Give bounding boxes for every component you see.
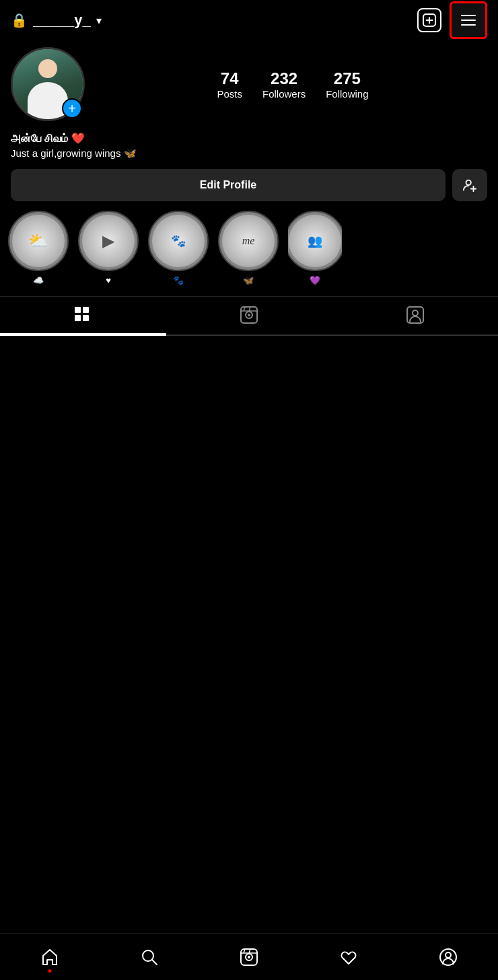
svg-point-17 <box>413 310 418 316</box>
bottom-nav <box>0 933 498 980</box>
bio-name: அன்பே சிவம் ❤️ <box>11 132 487 145</box>
bio-description: Just a girl,growing wings 🦋 <box>11 147 487 160</box>
profile-section: + 74 Posts 232 Followers 275 Following <box>0 40 498 121</box>
highlights-row: ⛅ ☁️ ▶ ♥ 🐾 🐾 me 🦋 <box>0 211 498 296</box>
highlight-circle-4: me <box>218 211 279 271</box>
bio-section: அன்பே சிவம் ❤️ Just a girl,growing wings… <box>0 121 498 160</box>
highlight-circle-3: 🐾 <box>148 211 209 271</box>
profile-top: + 74 Posts 232 Followers 275 Following <box>11 47 487 121</box>
nav-home[interactable] <box>30 940 70 974</box>
svg-rect-7 <box>83 307 89 313</box>
nav-search[interactable] <box>129 940 170 974</box>
svg-rect-8 <box>75 315 81 321</box>
tab-indicator <box>0 335 498 336</box>
highlight-item[interactable]: ▶ ♥ <box>78 211 139 285</box>
highlight-item[interactable]: me 🦋 <box>218 211 279 285</box>
followers-stat[interactable]: 232 Followers <box>262 69 306 100</box>
highlight-label-5: 💜 <box>310 275 320 285</box>
svg-point-27 <box>446 952 451 958</box>
header: 🔒 _____y_ ▾ <box>0 0 498 40</box>
avatar-wrapper: + <box>11 47 85 121</box>
header-left: 🔒 _____y_ ▾ <box>11 11 102 29</box>
nav-dot <box>48 969 52 973</box>
svg-rect-6 <box>75 307 81 313</box>
tabs-row <box>0 296 498 335</box>
following-count: 275 <box>334 69 361 88</box>
nav-reels[interactable] <box>229 940 269 974</box>
action-buttons: Edit Profile <box>0 160 498 211</box>
followers-count: 232 <box>271 69 297 88</box>
header-right <box>417 1 487 39</box>
posts-stat[interactable]: 74 Posts <box>217 69 242 100</box>
posts-label: Posts <box>217 88 242 100</box>
svg-point-3 <box>466 180 471 185</box>
add-post-button[interactable] <box>417 8 441 32</box>
highlight-item[interactable]: ⛅ ☁️ <box>8 211 69 285</box>
tab-active-indicator <box>0 335 166 336</box>
svg-point-22 <box>248 956 250 958</box>
svg-rect-9 <box>83 315 89 321</box>
highlight-label-4: 🦋 <box>243 275 254 285</box>
stats-row: 74 Posts 232 Followers 275 Following <box>98 69 487 100</box>
posts-count: 74 <box>221 69 239 88</box>
highlight-label-3: 🐾 <box>173 275 184 285</box>
highlight-item[interactable]: 🐾 🐾 <box>148 211 209 285</box>
hamburger-icon <box>461 15 476 26</box>
highlight-label-2: ♥ <box>106 275 111 285</box>
add-friend-button[interactable] <box>452 169 487 201</box>
content-area <box>0 336 498 740</box>
following-label: Following <box>326 88 368 100</box>
svg-line-19 <box>152 960 157 965</box>
highlight-circle-1: ⛅ <box>8 211 69 271</box>
tab-tagged[interactable] <box>332 297 498 335</box>
highlight-circle-2: ▶ <box>78 211 139 271</box>
tab-reels[interactable] <box>166 297 332 335</box>
edit-profile-button[interactable]: Edit Profile <box>11 169 446 201</box>
nav-profile[interactable] <box>428 940 468 974</box>
username: _____y_ <box>33 11 91 29</box>
tab-grid[interactable] <box>0 297 166 335</box>
svg-point-12 <box>248 314 250 316</box>
lock-icon: 🔒 <box>11 12 28 28</box>
add-story-button[interactable]: + <box>62 98 82 118</box>
followers-label: Followers <box>262 88 306 100</box>
nav-activity[interactable] <box>328 940 369 974</box>
highlight-circle-5: 👥 <box>288 211 342 271</box>
menu-button[interactable] <box>450 1 487 39</box>
highlight-item[interactable]: 👥 💜 <box>288 211 342 285</box>
highlight-label-1: ☁️ <box>33 275 44 285</box>
following-stat[interactable]: 275 Following <box>326 69 368 100</box>
chevron-down-icon: ▾ <box>96 14 102 27</box>
